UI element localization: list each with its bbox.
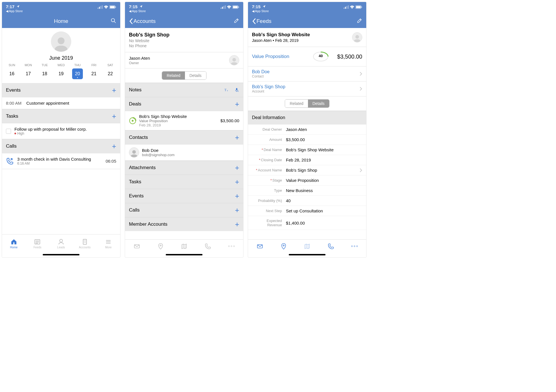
edit-button[interactable]	[357, 18, 362, 25]
section-title: Attachments	[129, 165, 156, 171]
status-bar: 7:15 ◀ App Store	[125, 2, 243, 14]
owner-row[interactable]: Jason Aten Owner	[125, 52, 243, 68]
bottom-toolbar	[125, 239, 243, 253]
add-event-button[interactable]: +	[112, 88, 116, 93]
deal-name: Bob's Sign Shop Website	[252, 32, 310, 38]
back-button[interactable]: Accounts	[129, 18, 156, 24]
home-indicator-icon[interactable]	[166, 254, 202, 255]
calendar-day[interactable]: 18	[36, 68, 53, 79]
signal-icon	[344, 5, 349, 9]
voice-note-icon[interactable]: +	[234, 87, 239, 92]
calendar-day[interactable]: 16	[4, 68, 20, 79]
event-time: 8:00 AM	[6, 101, 23, 105]
text-note-icon[interactable]: T+	[224, 87, 229, 92]
location-pin-icon[interactable]	[157, 243, 164, 250]
add-deal-button[interactable]: +	[235, 102, 239, 107]
svg-text:+: +	[238, 90, 239, 93]
call-row[interactable]: 3 month check in with Davis Consulting 6…	[2, 153, 120, 169]
back-to-appstore[interactable]: ◀ App Store	[252, 9, 269, 13]
add-call-button[interactable]: +	[112, 144, 116, 149]
info-row[interactable]: *Account NameBob's Sign Shop	[248, 165, 366, 175]
account-phone: No Phone	[129, 44, 239, 48]
link-name: Bob Doe	[252, 69, 270, 74]
tab-home[interactable]: Home	[2, 234, 26, 253]
tab-more[interactable]: More	[96, 234, 120, 253]
back-button[interactable]: Feeds	[252, 18, 271, 24]
stage-row[interactable]: Value Proposition 40 $3,500.00	[248, 47, 366, 66]
mail-icon[interactable]	[133, 243, 140, 250]
add-member-button[interactable]: +	[235, 222, 239, 227]
more-icon[interactable]	[351, 245, 358, 247]
tab-feeds[interactable]: Feeds	[26, 234, 49, 253]
tab-related[interactable]: Related	[162, 72, 185, 79]
link-name: Bob's Sign Shop	[252, 84, 285, 89]
map-icon[interactable]	[181, 243, 188, 250]
svg-rect-18	[84, 241, 85, 242]
calendar-day[interactable]: 17	[20, 68, 36, 79]
event-title: Customer appointment	[26, 101, 69, 105]
day-row: 16 17 18 19 20 21 22	[2, 67, 120, 83]
account-link[interactable]: Bob's Sign Shop Account	[248, 81, 366, 96]
weekday: MON	[20, 63, 36, 67]
calendar-day[interactable]: 21	[86, 68, 102, 79]
calendar-day[interactable]: 19	[53, 68, 69, 79]
add-attachment-button[interactable]: +	[235, 165, 239, 170]
add-task-button[interactable]: +	[235, 179, 239, 184]
home-indicator-icon[interactable]	[43, 254, 79, 255]
contact-row[interactable]: Bob Doe bob@signshop.com	[125, 145, 243, 161]
deal-row[interactable]: Bob's Sign Shop Website Value Propositio…	[125, 111, 243, 130]
back-to-appstore[interactable]: ◀ App Store	[6, 9, 23, 13]
tab-leads[interactable]: Leads	[49, 234, 73, 253]
svg-rect-19	[85, 241, 86, 242]
accounts-icon	[81, 238, 88, 245]
event-row[interactable]: 8:00 AM Customer appointment	[2, 97, 120, 109]
calendar-day-selected[interactable]: 20	[69, 68, 86, 79]
svg-text:+: +	[227, 90, 228, 92]
mail-icon[interactable]	[257, 243, 263, 250]
screen-home: 7:17 ◀ App Store Home June 2019 SUN MON …	[2, 2, 120, 258]
wifi-icon	[227, 5, 231, 9]
task-checkbox[interactable]	[6, 129, 11, 134]
field-label: *Closing Date	[252, 158, 286, 162]
tab-details[interactable]: Details	[308, 100, 329, 107]
person-icon	[53, 35, 69, 52]
phone-icon[interactable]	[204, 243, 211, 250]
svg-rect-25	[221, 8, 221, 9]
field-value: Bob's Sign Shop Website	[286, 147, 362, 152]
add-call-button[interactable]: +	[235, 208, 239, 213]
more-icon[interactable]	[228, 245, 235, 247]
pencil-icon	[357, 18, 362, 23]
add-task-button[interactable]: +	[112, 114, 116, 119]
svg-rect-6	[115, 7, 116, 8]
svg-rect-48	[361, 7, 362, 8]
weekday: SUN	[4, 63, 20, 67]
add-contact-button[interactable]: +	[235, 135, 239, 140]
search-button[interactable]	[111, 18, 116, 25]
back-to-appstore[interactable]: ◀ App Store	[129, 9, 146, 13]
pencil-icon	[234, 18, 239, 23]
user-avatar[interactable]	[51, 31, 71, 52]
location-pin-icon[interactable]	[280, 243, 287, 250]
map-icon[interactable]	[304, 243, 311, 250]
tab-accounts[interactable]: Accounts	[73, 234, 97, 253]
contact-link[interactable]: Bob Doe Contact	[248, 66, 366, 81]
calendar-day[interactable]: 22	[102, 68, 118, 79]
deal-meta: Jason Aten • Feb 28, 2019	[252, 38, 310, 43]
leads-icon	[58, 238, 64, 245]
tab-details[interactable]: Details	[185, 72, 206, 79]
edit-button[interactable]	[234, 18, 239, 25]
nav-bar: Accounts	[125, 14, 243, 28]
field-label: Probability (%)	[252, 199, 286, 203]
attachments-header: Attachments+	[125, 161, 243, 175]
tab-related[interactable]: Related	[285, 100, 308, 107]
svg-rect-28	[225, 5, 226, 9]
task-row[interactable]: Follow up with proposal for Miller corp.…	[2, 123, 120, 139]
home-indicator-icon[interactable]	[289, 254, 326, 255]
svg-point-39	[132, 150, 136, 154]
person-icon	[353, 34, 361, 42]
info-row: Amount$3,500.00	[248, 135, 366, 145]
add-event-button[interactable]: +	[235, 193, 239, 199]
deal-stage: Value Proposition	[139, 119, 217, 123]
deal-header: Bob's Sign Shop Website Jason Aten • Feb…	[248, 28, 366, 47]
phone-icon[interactable]	[327, 243, 334, 250]
